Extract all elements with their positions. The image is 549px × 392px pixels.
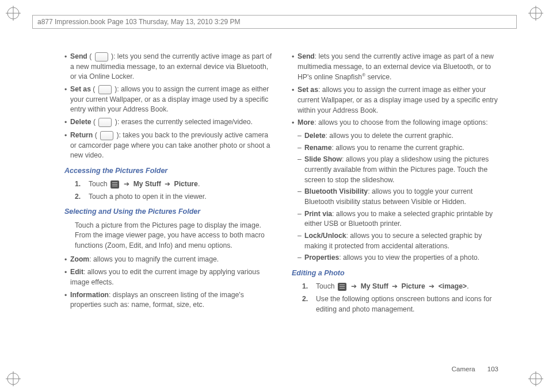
footer-page: 103 [487,366,498,372]
delete-icon [98,118,112,127]
send-icon [95,52,108,62]
sub-delete: –Delete: allows you to delete the curren… [298,131,503,141]
page-footer: Camera 103 [452,366,498,372]
paragraph: Touch a picture from the Pictures page t… [75,221,276,251]
crop-mark-icon [6,371,21,386]
menu-icon [338,283,346,291]
return-icon [100,131,113,140]
heading-accessing: Accessing the Pictures Folder [64,166,276,176]
bullet-zoom: • Zoom: allows you to magnify the curren… [64,255,276,266]
bullet-information: • Information: displays an onscreen list… [64,290,276,310]
page-content: • Send ( ): lets you send the currently … [64,52,503,355]
menu-icon [110,180,119,189]
step-2: 2. Touch a photo to open it in the viewe… [75,192,276,202]
sub-lock-unlock: –Lock/Unlock: allows you to secure a sel… [298,231,503,251]
step-1: 1. Touch ➔ My Stuff ➔ Picture. [75,179,276,190]
bullet-edit: • Edit: allows you to edit the current i… [64,267,276,287]
crop-mark-icon [528,371,543,386]
sub-slideshow: –Slide Show: allows you play a slideshow… [298,155,503,185]
step-1-r: 1. Touch ➔ My Stuff ➔ Picture ➔ <image>. [302,282,503,292]
crop-mark-icon [6,6,21,21]
bullet-send: • Send ( ): lets you send the currently … [64,52,276,82]
footer-section: Camera [452,366,475,372]
sub-print-via: –Print via: allows you to make a selecte… [298,209,503,229]
bullet-set-as: • Set as ( ): allows you to assign the c… [64,84,276,115]
set-as-icon [98,85,112,94]
bullet-set-as-r: • Set as: allows you to assign the curre… [292,85,503,116]
sub-rename: –Rename: allows you to rename the curren… [298,143,503,153]
sub-properties: –Properties: allows you to view the prop… [298,253,503,263]
heading-editing: Editing a Photo [292,268,503,278]
step-2-r: 2. Use the following options onscreen bu… [302,294,503,314]
bullet-send-r: • Send: lets you send the currently acti… [292,52,503,83]
heading-selecting: Selecting and Using the Pictures Folder [64,206,276,217]
bullet-return: • Return ( ): takes you back to the prev… [64,130,276,161]
page-header: a877 Impression.book Page 103 Thursday, … [32,15,517,29]
right-column: • Send: lets you send the currently acti… [292,52,503,355]
bullet-delete: • Delete ( ): erases the currently selec… [64,117,276,128]
crop-mark-icon [528,6,543,21]
left-column: • Send ( ): lets you send the currently … [64,52,276,355]
sub-bt-visibility: –Bluetooth Visibility: allows you to tog… [298,187,503,207]
bullet-more: • More: allows you to choose from the fo… [292,118,503,129]
